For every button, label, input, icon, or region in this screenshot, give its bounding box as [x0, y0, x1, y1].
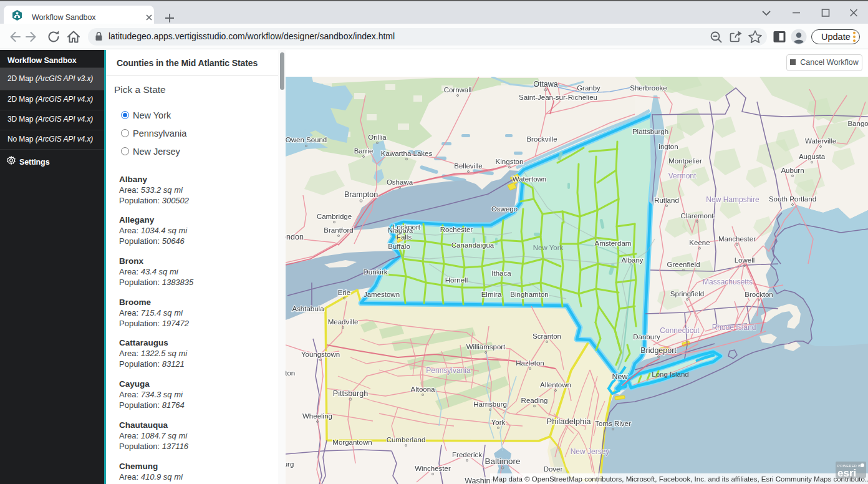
svg-text:Kingston: Kingston	[496, 158, 524, 165]
svg-text:Bangor: Bangor	[847, 120, 868, 127]
svg-text:Harrisburg: Harrisburg	[473, 400, 507, 408]
svg-text:Montpelier: Montpelier	[668, 157, 702, 165]
svg-text:Elmira: Elmira	[481, 291, 502, 298]
svg-text:Erie: Erie	[338, 289, 350, 296]
svg-text:Altoona: Altoona	[410, 385, 435, 393]
svg-text:Amsterdam: Amsterdam	[595, 240, 632, 247]
svg-text:Belleville: Belleville	[454, 162, 482, 170]
svg-text:Baltimore: Baltimore	[485, 457, 520, 466]
svg-text:Wheeling: Wheeling	[302, 412, 332, 420]
svg-text:Youngstown: Youngstown	[301, 351, 340, 358]
svg-text:Plattsburgh: Plattsburgh	[632, 128, 668, 135]
svg-text:Augusta: Augusta	[799, 153, 826, 160]
svg-text:Brockville: Brockville	[526, 135, 557, 143]
svg-text:Massachusetts: Massachusetts	[703, 278, 753, 286]
svg-text:Oswego: Oswego	[491, 205, 518, 213]
svg-text:Scranton: Scranton	[533, 332, 561, 340]
svg-text:Vermont: Vermont	[668, 172, 697, 180]
svg-text:nton: nton	[286, 369, 295, 377]
svg-text:Lockport: Lockport	[393, 223, 421, 231]
svg-text:Brampton: Brampton	[344, 190, 378, 199]
svg-text:Keene: Keene	[689, 239, 710, 246]
svg-text:Ithaca: Ithaca	[491, 269, 511, 277]
svg-text:Waterville: Waterville	[805, 137, 836, 145]
svg-text:Allentown: Allentown	[540, 381, 571, 389]
svg-text:Kawartha Lakes: Kawartha Lakes	[381, 150, 433, 157]
svg-text:Cumberland: Cumberland	[387, 436, 426, 443]
svg-text:Jamestown: Jamestown	[364, 291, 400, 298]
svg-text:Toms River: Toms River	[595, 420, 631, 427]
svg-text:Philadelphia: Philadelphia	[547, 417, 592, 426]
svg-text:Pennsylvania: Pennsylvania	[426, 366, 471, 375]
svg-text:Canandaigua: Canandaigua	[451, 241, 494, 249]
svg-text:York: York	[491, 419, 506, 426]
svg-text:Frederick: Frederick	[452, 451, 482, 458]
svg-text:Meadville: Meadville	[328, 318, 359, 326]
svg-text:Brockton: Brockton	[745, 291, 773, 298]
svg-text:urg: urg	[286, 460, 294, 468]
svg-text:Sherbrooke: Sherbrooke	[630, 84, 667, 92]
svg-text:Pittsburgh: Pittsburgh	[333, 389, 368, 398]
svg-text:Rutland: Rutland	[654, 196, 679, 204]
svg-text:New Jersey: New Jersey	[571, 447, 610, 456]
svg-text:Manchester: Manchester	[718, 235, 756, 243]
svg-text:Rochester: Rochester	[440, 226, 473, 233]
svg-text:Ashtabula: Ashtabula	[292, 305, 324, 312]
svg-text:New York: New York	[533, 244, 564, 251]
svg-text:Williamsport: Williamsport	[466, 343, 506, 351]
svg-text:Owen Sound: Owen Sound	[286, 136, 327, 143]
svg-text:Cornwall: Cornwall	[444, 86, 472, 94]
svg-text:Rhode Island: Rhode Island	[712, 323, 756, 332]
svg-text:London: London	[286, 233, 304, 241]
svg-text:Long Island: Long Island	[652, 370, 688, 378]
svg-text:Orillia: Orillia	[368, 133, 387, 141]
svg-text:Hazleton: Hazleton	[516, 359, 544, 367]
svg-text:Albany: Albany	[621, 256, 643, 264]
svg-text:Saint-Jean-sur-Richelieu: Saint-Jean-sur-Richelieu	[519, 94, 597, 101]
svg-text:Buffalo: Buffalo	[388, 243, 410, 250]
svg-text:Watertown: Watertown	[513, 175, 547, 183]
svg-text:New: New	[612, 372, 628, 381]
svg-text:Lowell: Lowell	[735, 256, 755, 264]
svg-text:South Portland: South Portland	[769, 195, 816, 203]
svg-text:Winchester: Winchester	[415, 465, 451, 472]
svg-text:Bridgeport: Bridgeport	[640, 346, 677, 355]
svg-text:Claremont: Claremont	[680, 212, 714, 220]
svg-text:esri: esri	[837, 467, 856, 479]
svg-text:Ottawa: Ottawa	[533, 80, 558, 89]
svg-text:Barrie: Barrie	[354, 147, 374, 155]
svg-text:Connecticut: Connecticut	[660, 326, 700, 335]
svg-text:Hornell: Hornell	[445, 276, 468, 284]
svg-text:Map data © OpenStreetMap contr: Map data © OpenStreetMap contributors, M…	[493, 475, 868, 483]
svg-text:Brantford: Brantford	[324, 226, 353, 234]
svg-text:Granby: Granby	[577, 84, 600, 92]
svg-text:Springfield: Springfield	[670, 290, 704, 298]
svg-text:Binghamton: Binghamton	[510, 291, 548, 298]
svg-text:New Hampshire: New Hampshire	[706, 195, 760, 204]
svg-text:Dunkirk: Dunkirk	[364, 268, 388, 276]
svg-text:ington: ington	[658, 143, 678, 150]
svg-text:Danbury: Danbury	[633, 333, 660, 341]
svg-text:Falls: Falls	[397, 233, 412, 241]
svg-text:Greenfield: Greenfield	[667, 261, 700, 268]
svg-text:Morgantown: Morgantown	[332, 438, 372, 446]
svg-text:Reading: Reading	[521, 397, 548, 404]
svg-text:Cambridge: Cambridge	[317, 213, 352, 220]
svg-text:Auburn: Auburn	[781, 167, 804, 174]
svg-text:Dover: Dover	[544, 465, 563, 473]
svg-text:Oshawa: Oshawa	[387, 178, 413, 186]
